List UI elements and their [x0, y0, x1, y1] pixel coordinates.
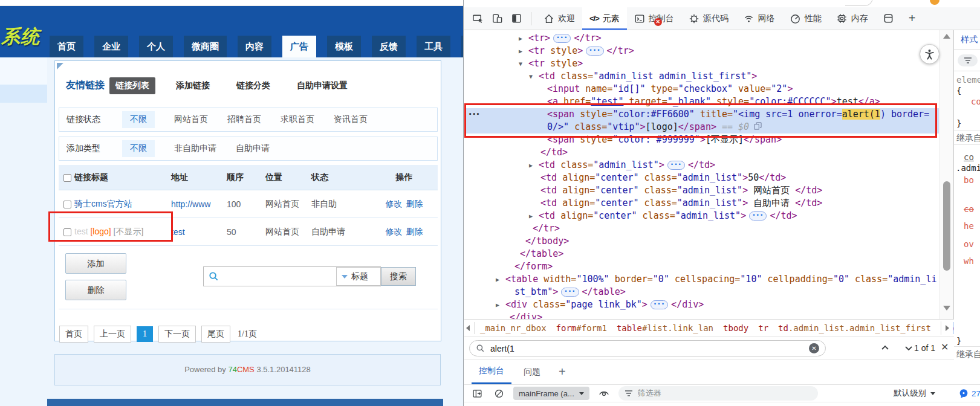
console-sidebar-icon[interactable] [470, 386, 484, 401]
page-button-4[interactable]: 尾页 [201, 326, 230, 343]
live-expression-eye-icon[interactable] [597, 386, 611, 401]
scroll-down-icon[interactable] [943, 306, 950, 311]
expand-arrow-icon[interactable]: ▶ [496, 298, 499, 311]
layout-button[interactable] [875, 7, 901, 30]
devtools-tab-性能[interactable]: 性能 [782, 7, 829, 30]
dom-line-3[interactable]: ▼<td class="admin_list admin_list_first"… [464, 70, 954, 83]
breadcrumb-scroll-left[interactable] [466, 322, 475, 334]
next-match-icon[interactable] [904, 343, 913, 353]
drawer-tab-问题[interactable]: 问题 [516, 359, 548, 384]
dom-line-12[interactable]: <td align="center" class="admin_list"> 网… [464, 184, 954, 197]
search-button[interactable]: 搜索 [381, 267, 416, 286]
filter-option-1-0[interactable]: 不限 [122, 140, 155, 157]
styles-filter-button[interactable] [958, 54, 978, 66]
filter-option-0-2[interactable]: 招聘首页 [227, 114, 261, 125]
module-tab-3[interactable]: 自助申请设置 [291, 77, 354, 94]
expand-arrow-icon[interactable]: ▶ [519, 45, 522, 57]
elements-scrollbar[interactable] [939, 30, 953, 319]
dom-line-19[interactable]: ▶<table width="100%" border="0" cellspac… [464, 273, 954, 286]
collapse-arrow-icon[interactable]: ▼ [529, 70, 533, 83]
dock-panel-button[interactable] [507, 9, 526, 28]
dom-line-21[interactable]: ▶<div class="page link_bk">•••</div> [464, 298, 954, 311]
nav-tab-0[interactable]: 首页 [50, 36, 83, 57]
clear-console-icon[interactable] [492, 386, 506, 401]
log-level-selector[interactable]: 默认级别 [894, 388, 935, 399]
device-emulation-button[interactable] [487, 9, 507, 28]
link-url[interactable]: test [171, 227, 227, 237]
dom-line-20[interactable]: st_btm">•••</table> [464, 286, 954, 298]
link-url[interactable]: http://www [171, 199, 227, 209]
dom-line-17[interactable]: </table> [464, 248, 954, 260]
collapsed-content-icon[interactable]: ••• [749, 211, 767, 221]
add-button[interactable]: 添加 [65, 253, 126, 274]
scrollbar-thumb[interactable] [943, 181, 950, 271]
inspect-button[interactable] [468, 9, 487, 28]
breadcrumb-item-4[interactable]: tr [758, 323, 768, 333]
close-search-icon[interactable]: ✕ [941, 341, 949, 353]
page-button-2[interactable]: 1 [137, 326, 153, 342]
collapsed-content-icon[interactable]: ••• [553, 34, 571, 43]
breadcrumb-scroll-right[interactable] [941, 321, 953, 335]
expand-arrow-icon[interactable]: ▶ [519, 32, 522, 45]
collapse-arrow-icon[interactable]: ▼ [519, 57, 522, 70]
dom-line-13[interactable]: <td align="center" class="admin_list"> 自… [464, 197, 954, 210]
devtools-tab-源代码[interactable]: 源代码 [681, 7, 736, 30]
filter-option-0-0[interactable]: 不限 [122, 111, 155, 128]
search-field-select[interactable]: 标题 [336, 267, 381, 286]
collapsed-content-icon[interactable]: ••• [667, 161, 685, 170]
copy-icon[interactable] [754, 121, 762, 134]
expand-arrow-icon[interactable]: ▶ [529, 210, 533, 222]
cms-sidebar-active-item[interactable] [0, 85, 47, 103]
search-pill[interactable]: alert(1 ✕ [469, 340, 826, 356]
filter-option-0-3[interactable]: 求职首页 [281, 114, 314, 125]
issues-counter[interactable]: 27 [959, 388, 980, 398]
action-edit[interactable]: 修改 [386, 227, 403, 236]
row-checkbox[interactable] [63, 228, 71, 236]
nav-tab-2[interactable]: 个人 [139, 36, 173, 57]
devtools-tab-欢迎[interactable]: 欢迎 [536, 7, 582, 30]
filter-option-0-4[interactable]: 资讯首页 [334, 114, 368, 125]
drawer-tab-控制台[interactable]: 控制台 [472, 359, 511, 384]
styles-tab[interactable]: 样式 [961, 34, 978, 45]
collapsed-content-icon[interactable]: ••• [651, 300, 668, 309]
link-title[interactable]: 骑士cms官方站 [74, 199, 132, 208]
dom-line-0[interactable]: ▶<tr>•••</tr> [464, 32, 954, 45]
nav-tab-4[interactable]: 内容 [238, 36, 271, 57]
breadcrumb-item-1[interactable]: form#form1 [556, 323, 607, 333]
dom-line-11[interactable]: <td align="center" class="admin_list">50… [464, 172, 954, 184]
page-button-1[interactable]: 上一页 [94, 326, 131, 343]
delete-button[interactable]: 删除 [65, 280, 126, 300]
row-checkbox[interactable] [63, 201, 71, 208]
page-button-0[interactable]: 首页 [59, 326, 88, 343]
filter-option-1-2[interactable]: 自助申请 [236, 143, 270, 154]
module-tab-2[interactable]: 链接分类 [230, 77, 276, 94]
breadcrumb-item-2[interactable]: table#list.link_lan [617, 323, 713, 333]
nav-tab-1[interactable]: 企业 [94, 36, 128, 57]
module-tab-1[interactable]: 添加链接 [170, 77, 216, 94]
dom-line-8[interactable]: <span style="color: #999999">[不显示]</span… [464, 134, 954, 146]
dom-line-1[interactable]: ▶<tr style>•••</tr> [464, 45, 954, 57]
dom-line-16[interactable]: </tbody> [464, 235, 954, 248]
line-ellipsis-gutter[interactable]: ••• [469, 108, 480, 121]
breadcrumb-item-3[interactable]: tbody [723, 323, 748, 333]
dom-line-4[interactable]: <input name="id[]" type="checkbox" value… [464, 83, 954, 95]
devtools-tab-元素[interactable]: </>元素 [582, 7, 627, 30]
dom-line-6[interactable]: •••<span style="color:#FF6600" title="<i… [464, 108, 954, 121]
collapsed-content-icon[interactable]: ••• [586, 47, 603, 56]
dom-line-22[interactable]: </div> [464, 311, 954, 319]
action-delete[interactable]: 删除 [406, 199, 423, 208]
dom-line-18[interactable]: </form> [464, 260, 954, 273]
breadcrumb-item-0[interactable]: _main_nr_dbox [480, 323, 547, 333]
console-filter-input[interactable]: 筛选器 [618, 386, 818, 401]
filter-option-1-1[interactable]: 非自助申请 [174, 143, 216, 154]
action-edit[interactable]: 修改 [386, 199, 403, 208]
nav-tab-8[interactable]: 工具 [417, 36, 450, 57]
expand-arrow-icon[interactable]: ▶ [496, 273, 499, 286]
dom-line-14[interactable]: ▶<td align="center" class="admin_list">•… [464, 210, 954, 222]
expand-arrow-icon[interactable]: ▶ [529, 159, 533, 172]
add-drawer-tab-button[interactable]: + [553, 359, 572, 384]
dom-line-2[interactable]: ▼<tr style> [464, 57, 954, 70]
collapsed-content-icon[interactable]: ••• [561, 288, 579, 297]
nav-tab-5[interactable]: 广告 [282, 36, 316, 57]
accessibility-fab[interactable] [920, 44, 939, 64]
